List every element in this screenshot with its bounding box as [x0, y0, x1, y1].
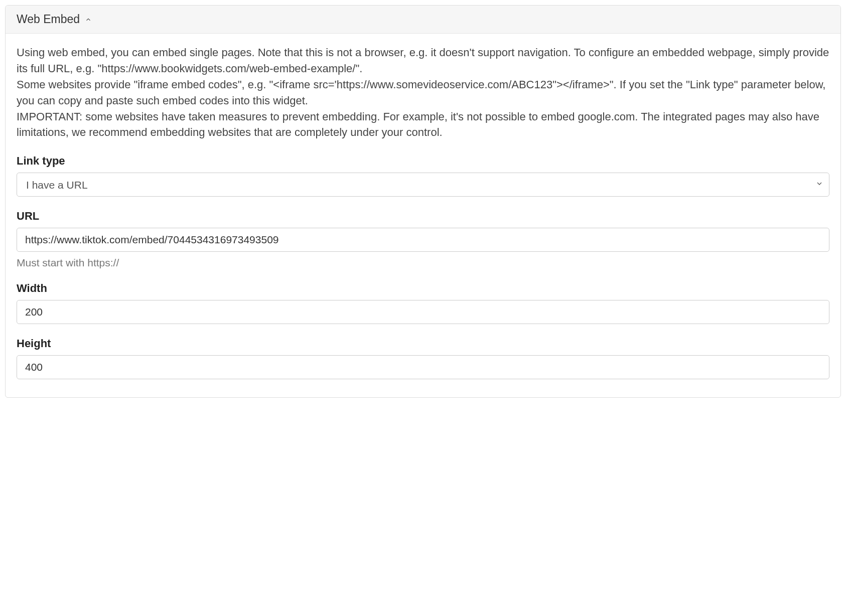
height-input[interactable]: [17, 355, 829, 379]
description-text: Using web embed, you can embed single pa…: [17, 45, 829, 140]
panel-header[interactable]: Web Embed: [6, 6, 840, 34]
link-type-select[interactable]: I have a URL: [17, 173, 829, 197]
link-type-group: Link type I have a URL: [17, 155, 829, 197]
chevron-up-icon: [85, 16, 92, 23]
panel-body: Using web embed, you can embed single pa…: [6, 34, 840, 397]
link-type-label: Link type: [17, 155, 829, 168]
link-type-select-wrapper: I have a URL: [17, 173, 829, 197]
height-group: Height: [17, 337, 829, 379]
web-embed-panel: Web Embed Using web embed, you can embed…: [5, 5, 841, 398]
panel-title: Web Embed: [17, 13, 80, 26]
url-help-text: Must start with https://: [17, 257, 829, 269]
url-label: URL: [17, 210, 829, 223]
width-label: Width: [17, 282, 829, 295]
url-group: URL Must start with https://: [17, 210, 829, 269]
height-label: Height: [17, 337, 829, 350]
width-input[interactable]: [17, 300, 829, 324]
url-input[interactable]: [17, 228, 829, 252]
width-group: Width: [17, 282, 829, 324]
